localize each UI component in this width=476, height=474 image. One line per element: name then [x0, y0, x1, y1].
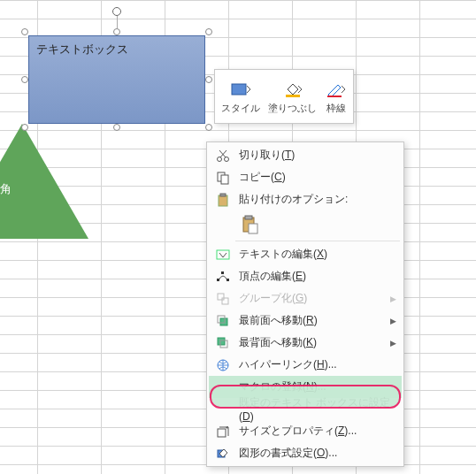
- menu-paste-options-label: 貼り付けのオプション:: [234, 192, 396, 207]
- menu-hyperlink-label: ハイパーリンク(H)...: [234, 357, 396, 372]
- svg-rect-2: [327, 96, 342, 97]
- menu-group-label: グループ化(G): [234, 291, 390, 306]
- outline-button[interactable]: 枠線: [322, 78, 350, 117]
- svg-rect-23: [218, 429, 226, 437]
- size-props-icon: [212, 424, 234, 439]
- svg-rect-8: [220, 194, 226, 196]
- outline-icon: [326, 80, 347, 99]
- menu-set-default[interactable]: 既定のテキスト ボックスに設定(D): [209, 398, 402, 420]
- paste-icon: [212, 193, 234, 207]
- fill-label: 塗りつぶし: [268, 102, 317, 115]
- svg-rect-20: [218, 338, 225, 345]
- style-icon: [230, 80, 251, 99]
- svg-rect-7: [219, 195, 227, 206]
- format-shape-icon: [212, 447, 234, 461]
- outline-label: 枠線: [326, 102, 346, 115]
- group-icon: [212, 292, 234, 306]
- svg-rect-0: [232, 84, 246, 95]
- svg-rect-14: [226, 279, 229, 281]
- textbox-text: テキストボックス: [36, 42, 128, 56]
- textbox-shape[interactable]: テキストボックス: [28, 35, 205, 124]
- menu-edit-text-label: テキストの編集(X): [234, 247, 396, 262]
- bring-front-icon: [212, 314, 234, 328]
- edit-points-icon: [212, 270, 234, 284]
- svg-rect-1: [286, 95, 300, 97]
- menu-format-shape[interactable]: 図形の書式設定(O)...: [209, 442, 402, 464]
- menu-cut[interactable]: 切り取り(T): [209, 144, 402, 166]
- svg-rect-15: [221, 271, 224, 274]
- menu-group: グループ化(G) ▶: [209, 287, 402, 310]
- menu-send-back[interactable]: 最背面へ移動(K) ▶: [209, 332, 402, 354]
- paste-button[interactable]: [239, 213, 262, 236]
- submenu-arrow-icon: ▶: [390, 339, 396, 348]
- svg-rect-10: [245, 216, 252, 219]
- triangle-shape[interactable]: [0, 124, 88, 239]
- send-back-icon: [212, 336, 234, 350]
- svg-rect-17: [222, 298, 228, 304]
- menu-set-default-label: 既定のテキスト ボックスに設定(D): [234, 395, 396, 423]
- style-button[interactable]: スタイル: [218, 78, 264, 117]
- svg-point-3: [218, 157, 222, 161]
- paste-options-row: [209, 210, 402, 239]
- menu-assign-macro-label: マクロの登録(N)...: [234, 379, 396, 394]
- submenu-arrow-icon: ▶: [390, 317, 396, 325]
- cut-icon: [212, 149, 234, 163]
- svg-rect-6: [221, 175, 228, 184]
- svg-rect-18: [220, 318, 227, 325]
- svg-rect-13: [217, 279, 219, 281]
- menu-copy-label: コピー(C): [234, 170, 396, 185]
- menu-bring-front-label: 最前面へ移動(R): [234, 313, 390, 328]
- menu-edit-text[interactable]: テキストの編集(X): [209, 243, 402, 265]
- svg-point-4: [225, 157, 229, 161]
- menu-send-back-label: 最背面へ移動(K): [234, 335, 390, 350]
- context-menu: 切り取り(T) コピー(C) 貼り付けのオプション: テキストの編集(X) 頂点…: [206, 141, 404, 467]
- menu-format-shape-label: 図形の書式設定(O)...: [234, 446, 396, 461]
- submenu-arrow-icon: ▶: [390, 294, 396, 303]
- menu-edit-points-label: 頂点の編集(E): [234, 269, 396, 284]
- triangle-label: 角: [0, 181, 12, 197]
- menu-cut-label: 切り取り(T): [234, 148, 396, 163]
- mini-toolbar: スタイル 塗りつぶし 枠線: [214, 69, 354, 124]
- fill-button[interactable]: 塗りつぶし: [265, 78, 320, 117]
- svg-rect-11: [249, 224, 257, 233]
- svg-rect-16: [218, 294, 224, 300]
- edit-text-icon: [212, 248, 234, 262]
- menu-size-props[interactable]: サイズとプロパティ(Z)...: [209, 420, 402, 442]
- style-label: スタイル: [221, 102, 260, 115]
- hyperlink-icon: [212, 358, 234, 372]
- menu-bring-front[interactable]: 最前面へ移動(R) ▶: [209, 310, 402, 332]
- menu-size-props-label: サイズとプロパティ(Z)...: [234, 424, 396, 439]
- copy-icon: [212, 171, 234, 185]
- menu-edit-points[interactable]: 頂点の編集(E): [209, 265, 402, 287]
- menu-hyperlink[interactable]: ハイパーリンク(H)...: [209, 354, 402, 376]
- fill-icon: [282, 80, 303, 99]
- separator: [235, 241, 400, 241]
- menu-copy[interactable]: コピー(C): [209, 166, 402, 188]
- menu-paste-options: 貼り付けのオプション:: [209, 188, 402, 210]
